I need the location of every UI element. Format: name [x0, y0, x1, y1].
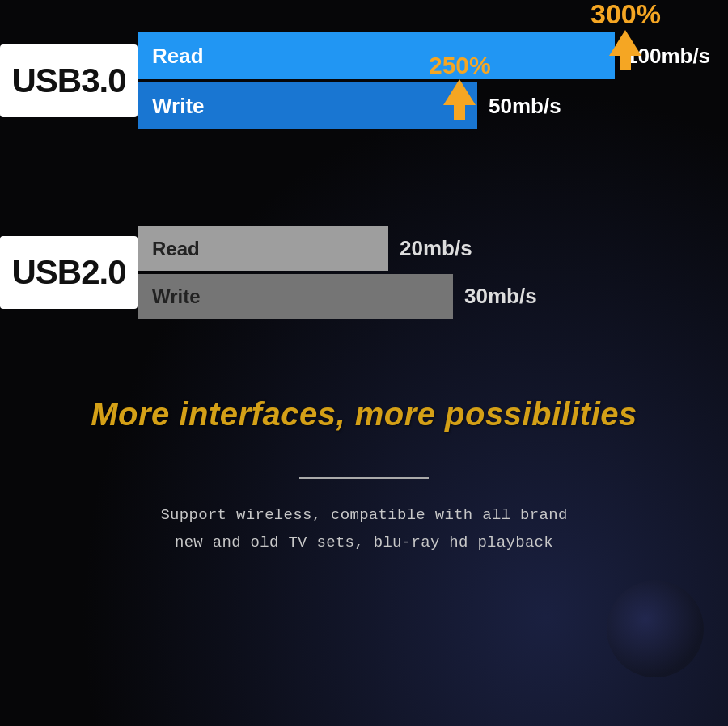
usb20-read-bar: Read: [138, 226, 388, 271]
usb30-write-row: Write 50mb/s 250%: [138, 82, 710, 129]
usb30-read-label: Read: [152, 44, 204, 69]
usb30-read-pct: 300%: [590, 0, 661, 30]
main-heading-section: More interfaces, more possibilities: [0, 396, 728, 433]
usb30-read-bar: Read: [138, 32, 615, 79]
arrow-stem-2: [454, 105, 465, 120]
usb30-write-badge: 250%: [429, 52, 491, 120]
usb30-read-row: Read 100mb/s 300%: [138, 32, 710, 79]
usb30-write-label: Write: [152, 94, 205, 119]
usb20-read-label: Read: [152, 238, 200, 260]
usb30-write-arrow-icon: [443, 79, 476, 120]
usb20-bars: Read 20mb/s Write 30mb/s: [138, 226, 537, 319]
usb20-write-speed: 30mb/s: [464, 284, 537, 309]
usb30-label: USB3.0: [11, 61, 125, 100]
arrow-head-2: [443, 79, 476, 105]
divider: [299, 477, 429, 479]
usb20-section: USB2.0 Read 20mb/s Write 30mb/s: [0, 226, 728, 319]
usb20-label-box: USB2.0: [0, 236, 138, 309]
usb30-write-bar: Write: [138, 82, 477, 129]
usb30-bars: Read 100mb/s 300% Write 50mb/s: [138, 32, 710, 129]
support-line1: Support wireless, compatible with all br…: [65, 501, 663, 529]
usb30-section: USB3.0 Read 100mb/s 300%: [0, 32, 728, 129]
usb30-read-badge: 300%: [590, 0, 661, 70]
usb30-write-pct: 250%: [429, 52, 491, 79]
usb20-label: USB2.0: [11, 253, 125, 292]
arrow-stem: [620, 56, 631, 70]
usb20-write-row: Write 30mb/s: [138, 274, 537, 319]
support-text-section: Support wireless, compatible with all br…: [0, 501, 728, 556]
usb30-write-speed: 50mb/s: [489, 94, 561, 119]
usb30-read-arrow-icon: [609, 30, 641, 70]
main-heading-text: More interfaces, more possibilities: [91, 396, 637, 432]
arrow-head: [609, 30, 641, 56]
usb20-read-row: Read 20mb/s: [138, 226, 537, 271]
usb20-write-bar: Write: [138, 274, 453, 319]
usb30-label-box: USB3.0: [0, 44, 138, 117]
support-line2: new and old TV sets, blu-ray hd playback: [65, 529, 663, 556]
usb20-write-label: Write: [152, 285, 201, 308]
usb20-read-speed: 20mb/s: [400, 236, 472, 261]
